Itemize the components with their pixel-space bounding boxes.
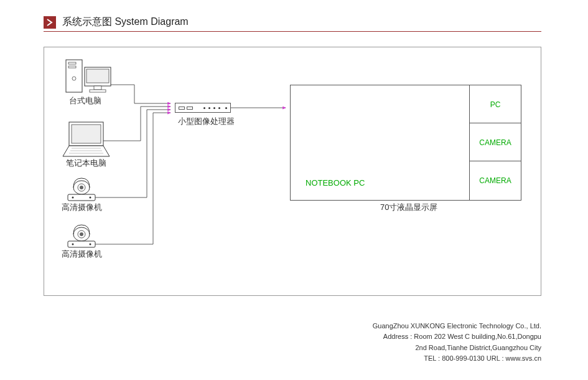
display-cell-camera2: CAMERA [469,161,521,201]
display-panel: NOTEBOOK PC PC CAMERA CAMERA [290,85,520,200]
svg-rect-0 [66,60,82,92]
notebook-icon [63,122,110,156]
title-bar: 系统示意图 System Diagram [44,16,189,29]
footer-address1: Address : Room 202 West C building,No.61… [373,331,541,343]
processor-box [175,103,231,113]
svg-point-21 [80,232,83,236]
svg-point-15 [80,186,83,189]
svg-point-23 [72,244,74,245]
title-underline [44,31,541,32]
camera1-icon [68,178,95,201]
desktop-label: 台式电脑 [69,95,101,107]
display-main-cell: NOTEBOOK PC [290,85,470,201]
footer-address2: 2nd Road,Tianhe District,Guangzhou City [373,343,541,354]
svg-rect-9 [72,125,101,143]
arrow-right-icon [44,16,56,29]
svg-rect-5 [86,69,109,83]
display-main-label: NOTEBOOK PC [306,178,365,188]
page-title: 系统示意图 System Diagram [62,16,189,29]
wires-to-processor [134,103,170,113]
svg-rect-6 [94,86,101,90]
display-cell-pc: PC [469,85,521,124]
camera1-label: 高清摄像机 [62,202,102,213]
svg-point-24 [90,244,91,245]
svg-point-17 [72,197,74,199]
desktop-pc-icon [66,60,111,92]
processor-label: 小型图像处理器 [178,116,235,127]
camera2-label: 高清摄像机 [62,249,102,260]
footer-company: GuangZhou XUNKONG Electronic Technology … [373,321,541,332]
camera2-icon [68,225,95,247]
diagram-frame: 台式电脑 笔记本电脑 高清摄像机 高清摄像机 小型图像处理器 NOTEBOOK … [44,47,541,296]
notebook-label: 笔记本电脑 [66,158,106,169]
footer-contact: TEL : 800-999-0130 URL : www.svs.cn [373,353,541,364]
svg-rect-7 [90,90,106,92]
display-cell-camera1: CAMERA [469,123,521,162]
svg-point-18 [90,197,91,199]
display-caption: 70寸液晶显示屏 [380,202,437,213]
footer: GuangZhou XUNKONG Electronic Technology … [373,321,541,364]
